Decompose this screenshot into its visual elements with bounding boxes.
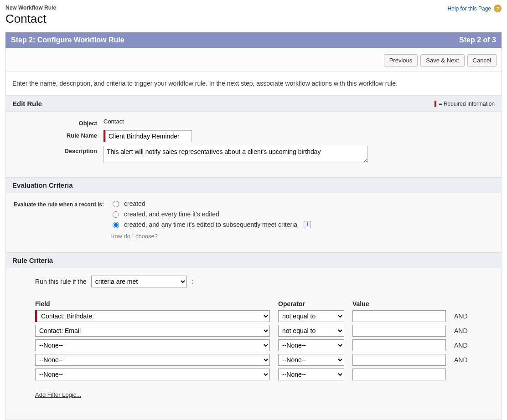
col-header-value: Value [352, 300, 446, 307]
criteria-field-select[interactable]: Contact: Email [35, 325, 270, 337]
radio-created-every-edit-label: created, and every time it's edited [124, 210, 219, 218]
rule-name-label: Rule Name [12, 130, 103, 139]
evaluation-criteria-title: Evaluation Criteria [12, 181, 73, 189]
add-filter-logic-link[interactable]: Add Filter Logic... [35, 391, 81, 398]
how-do-i-choose-link[interactable]: How do I choose? [110, 233, 495, 240]
colon: : [191, 278, 193, 285]
radio-created-meet-criteria[interactable] [113, 222, 119, 228]
cancel-button[interactable]: Cancel [467, 54, 497, 67]
criteria-operator-select[interactable]: not equal to [278, 310, 344, 322]
action-buttons-top: Previous Save & Next Cancel [6, 48, 501, 72]
description-label: Description [12, 146, 103, 154]
rule-criteria-title: Rule Criteria [12, 256, 53, 264]
rule-name-input[interactable] [105, 130, 192, 142]
criteria-and-label: AND [454, 356, 472, 364]
description-textarea[interactable]: This alert will notify sales representat… [103, 146, 368, 163]
radio-created-every-edit[interactable] [113, 211, 119, 218]
criteria-row: --None----None--AND [35, 354, 495, 366]
criteria-and-label: AND [454, 342, 472, 349]
criteria-and-label: AND [454, 327, 472, 334]
radio-created-label: created [124, 200, 145, 207]
rule-criteria-form: Run this rule if the criteria are met : … [6, 268, 501, 411]
required-info-note: = Required Information [435, 101, 495, 107]
criteria-operator-select[interactable]: --None-- [278, 369, 344, 380]
step-title: Step 2: Configure Workflow Rule [11, 36, 124, 44]
help-icon: ? [494, 5, 502, 12]
radio-created[interactable] [113, 201, 119, 207]
criteria-value-input[interactable] [352, 325, 446, 337]
run-rule-if-label: Run this rule if the [35, 278, 87, 285]
help-link-text: Help for this Page [448, 5, 491, 12]
step-progress: Step 2 of 3 [459, 36, 496, 44]
radio-created-meet-criteria-label: created, and any time it's edited to sub… [124, 221, 297, 228]
edit-rule-form: Object Contact Rule Name Description Thi… [6, 112, 501, 177]
criteria-value-input[interactable] [352, 339, 446, 351]
criteria-value-input[interactable] [352, 369, 446, 380]
criteria-operator-select[interactable]: --None-- [278, 339, 344, 351]
criteria-operator-select[interactable]: not equal to [278, 325, 344, 337]
criteria-field-select[interactable]: --None-- [35, 339, 270, 351]
criteria-field-select[interactable]: --None-- [35, 354, 270, 366]
criteria-row: Contact: Emailnot equal toAND [35, 325, 495, 337]
previous-button[interactable]: Previous [384, 54, 418, 67]
criteria-row: --None----None-- [35, 369, 495, 380]
edit-rule-header: Edit Rule = Required Information [6, 96, 501, 112]
required-indicator-icon [435, 101, 436, 107]
object-value: Contact [103, 118, 495, 125]
rule-criteria-header: Rule Criteria [6, 252, 501, 268]
criteria-row: --None----None--AND [35, 339, 495, 351]
instructions-text: Enter the name, description, and criteri… [6, 72, 501, 96]
object-label: Object [12, 118, 103, 127]
breadcrumb: New Workflow Rule [5, 5, 56, 11]
help-for-page-link[interactable]: Help for this Page ? [448, 5, 502, 12]
criteria-row: Contact: Birthdatenot equal toAND [35, 310, 495, 322]
criteria-value-input[interactable] [352, 354, 446, 366]
info-icon[interactable]: i [304, 221, 311, 228]
evaluate-when-label: Evaluate the rule when a record is: [12, 200, 110, 208]
save-next-button[interactable]: Save & Next [420, 54, 464, 67]
step-bar: Step 2: Configure Workflow Rule Step 2 o… [5, 32, 502, 48]
criteria-field-select[interactable]: --None-- [35, 369, 270, 380]
col-header-operator: Operator [278, 300, 344, 307]
page-title: Contact [5, 12, 56, 26]
col-header-field: Field [35, 300, 270, 307]
edit-rule-title: Edit Rule [12, 100, 42, 108]
criteria-operator-select[interactable]: --None-- [278, 354, 344, 366]
evaluation-criteria-header: Evaluation Criteria [6, 177, 501, 193]
evaluation-criteria-form: Evaluate the rule when a record is: crea… [6, 193, 501, 252]
criteria-value-input[interactable] [352, 310, 446, 322]
page-header: New Workflow Rule Contact Help for this … [5, 5, 502, 26]
rule-condition-select[interactable]: criteria are met [91, 276, 187, 287]
criteria-and-label: AND [454, 312, 472, 320]
criteria-field-select[interactable]: Contact: Birthdate [37, 310, 270, 322]
criteria-table: Field Operator Value Contact: Birthdaten… [35, 300, 495, 380]
